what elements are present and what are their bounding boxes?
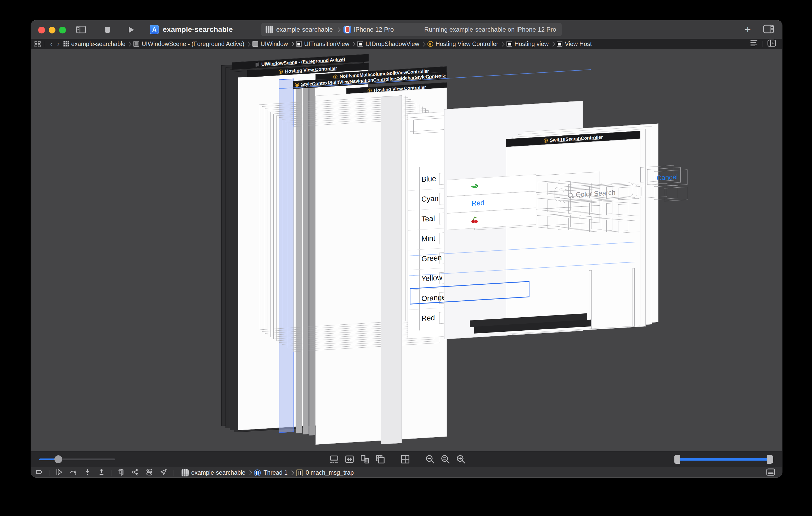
close-window-button[interactable] [38,27,45,33]
xcode-window: A example-searchable example-searchable … [31,20,782,477]
breadcrumb-hosting-vc[interactable]: Hosting View Controller [436,40,498,48]
view-icon [557,41,562,47]
code-review-lines-icon[interactable] [750,39,758,49]
windowscene-icon [256,63,259,67]
jump-bar: ‹ › example-searchable UIWindowScene - (… [31,39,782,49]
orient-to-2d-icon[interactable] [400,454,410,464]
go-forward-icon[interactable]: › [56,40,61,47]
stack-frame-icon [296,469,303,476]
adjust-view-spacing-icon[interactable] [345,454,354,464]
cancel-button-label[interactable]: Cancel [657,173,678,182]
step-over-icon[interactable] [69,468,78,478]
windowscene-icon [134,41,139,47]
go-back-icon[interactable]: ‹ [49,40,54,47]
show-clipped-content-icon[interactable] [329,454,339,464]
activity-status: Running example-searchable on iPhone 12 … [424,26,556,33]
debug-bar: example-searchable Thread 1 0 mach_msg_t… [31,467,782,477]
zoom-actual-size-icon[interactable] [440,454,451,464]
app-icon [63,41,69,47]
view-hierarchy-canvas[interactable]: UIWindowScene - (Foreground Active) Host… [31,49,782,451]
continue-execution-icon[interactable] [55,468,64,478]
toggle-navigator-icon[interactable] [76,24,86,36]
wireframe-view-outline[interactable] [618,203,640,216]
breadcrumb-uiwindow[interactable]: UIWindow [261,40,288,48]
spacing-slider[interactable] [39,458,115,460]
add-editor-icon[interactable] [767,39,776,49]
breadcrumb-view-host[interactable]: View Host [565,40,592,48]
search-icon [568,193,573,198]
range-slider-left-handle[interactable] [674,455,680,464]
cherries-icon [471,216,478,224]
view-icon [357,41,363,47]
visible-range-slider[interactable] [674,455,773,464]
view-icon [296,41,302,47]
view-controller-icon [279,69,283,74]
view-icon [506,41,512,47]
editor-layout-icon[interactable] [763,24,774,35]
app-store-icon: A [150,25,159,34]
breadcrumb-windowscene[interactable]: UIWindowScene - (Foreground Active) [142,40,244,48]
window-icon [253,41,258,47]
title-bar: A example-searchable example-searchable … [31,20,782,39]
wireframe-view-outline[interactable] [664,187,688,201]
breadcrumb-uidropshadowview[interactable]: UIDropShadowView [366,40,419,48]
zoom-out-icon[interactable] [425,454,435,464]
plane-search-controller[interactable] [506,139,640,334]
debug-stack-frame[interactable]: 0 mach_msg_trap [306,469,354,476]
simulate-location-icon[interactable] [159,468,168,478]
breakpoints-toggle-icon[interactable] [35,468,44,478]
debug-view-hierarchy-icon[interactable] [117,468,125,478]
zoom-in-icon[interactable] [456,454,466,464]
view-controller-icon [544,138,548,143]
stop-button[interactable] [104,26,111,35]
zoom-window-button[interactable] [59,27,66,33]
related-items-icon[interactable] [34,41,40,47]
view-mode-icon[interactable] [375,454,385,464]
wireframe-scroll-indicator[interactable] [589,270,592,329]
plane-sidebar[interactable] [381,95,402,444]
wireframe-scroll-indicator[interactable] [633,268,635,327]
scheme-app-icon [265,26,273,33]
breadcrumb: example-searchable UIWindowScene - (Fore… [63,40,592,48]
breadcrumb-uitransitionview[interactable]: UITransitionView [304,40,349,48]
toggle-console-icon[interactable] [766,468,775,478]
step-into-icon[interactable] [83,468,92,478]
environment-overrides-icon[interactable] [145,468,154,478]
scheme-toolbar: example-searchable iPhone 12 Pro Running… [261,23,562,36]
wireframe-view-outline[interactable] [413,118,448,134]
chevron-right-icon [336,27,340,32]
run-destination[interactable]: iPhone 12 Pro [354,26,394,33]
minimize-window-button[interactable] [49,27,55,33]
step-out-icon[interactable] [97,468,106,478]
spacing-slider-thumb[interactable] [54,455,62,463]
window-title: example-searchable [163,25,233,34]
detail-red-label: Red [471,199,485,208]
add-tab-button[interactable]: + [745,24,751,35]
breadcrumb-app[interactable]: example-searchable [71,40,125,48]
scheme-name[interactable]: example-searchable [276,26,333,33]
debug-app-name[interactable]: example-searchable [191,469,245,476]
range-slider-right-handle[interactable] [767,455,773,464]
leaf-icon [471,184,479,189]
view-controller-icon [428,41,433,47]
breadcrumb-hosting-view[interactable]: Hosting view [515,40,549,48]
view-controller-icon [295,83,299,87]
debug-breadcrumb: example-searchable Thread 1 0 mach_msg_t… [181,469,354,477]
thread-icon [254,469,261,476]
simulator-icon [344,26,351,33]
debug-memory-graph-icon[interactable] [131,468,140,478]
run-button[interactable] [126,26,135,35]
canvas-control-bar [31,451,782,467]
debug-thread[interactable]: Thread 1 [263,469,288,476]
show-constraints-icon[interactable] [360,454,370,464]
app-icon [181,469,188,477]
wireframe-view-outline[interactable] [618,220,640,233]
